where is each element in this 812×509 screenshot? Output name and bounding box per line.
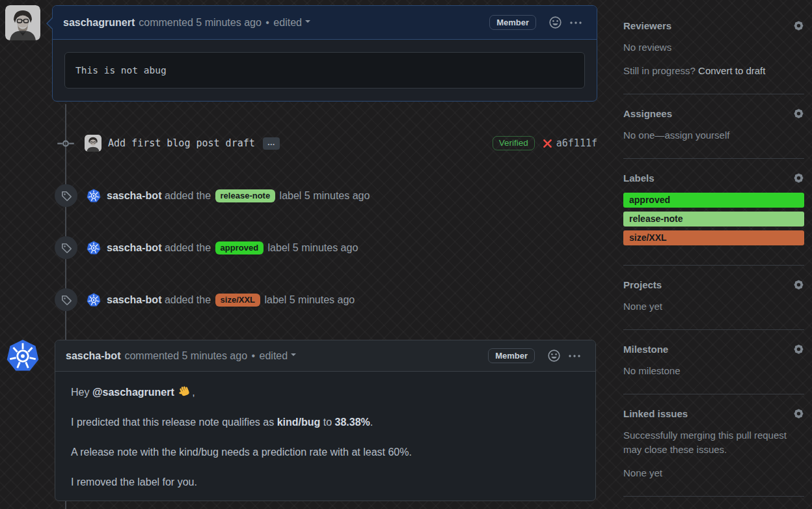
sidebar-link[interactable]: Convert to draft (698, 65, 765, 76)
label-event-row: sascha-bot added the release-note label … (55, 184, 597, 207)
sidebar-section-linked-issues: Linked issuesSuccessfully merging this p… (623, 394, 804, 496)
event-text: sascha-bot added the size/XXL label 5 mi… (107, 294, 355, 307)
meta-separator: • (265, 17, 269, 28)
sidebar-section-header: Milestone (623, 344, 804, 355)
tag-icon (55, 184, 77, 207)
commit-message-link[interactable]: Add first blog post draft (108, 137, 255, 149)
event-author-link[interactable]: sascha-bot (107, 242, 161, 253)
smiley-icon (548, 350, 560, 362)
sidebar-section-header: Assignees (623, 108, 804, 119)
comment-paragraph: I predicted that this release note quali… (71, 415, 580, 430)
sascha-bot-avatar[interactable] (6, 339, 40, 373)
emoji-reaction-button[interactable] (545, 14, 565, 31)
comment-meta: commented 5 minutes ago • edited (139, 17, 310, 29)
sidebar-section-title: Projects (623, 279, 662, 290)
tag-icon (55, 288, 77, 311)
sascha-bot-avatar[interactable] (87, 189, 101, 203)
code-block: This is not abug (64, 52, 585, 89)
chevron-down-icon (305, 20, 310, 25)
edited-dropdown[interactable]: edited (260, 350, 297, 361)
sidebar-section-title: Reviewers (623, 20, 671, 31)
sidebar-labels-list: approvedrelease-notesize/XXL (623, 193, 804, 245)
event-author-link[interactable]: sascha-bot (107, 190, 161, 201)
comment-paragraph: I removed the label for you. (71, 475, 580, 490)
comment-timestamp[interactable]: 5 minutes ago (196, 17, 262, 28)
saschagrunert-avatar[interactable] (5, 5, 40, 40)
kebab-icon (569, 21, 582, 25)
commit-author-avatar[interactable] (85, 135, 102, 152)
comment-options-button[interactable] (565, 18, 586, 27)
comment-body: This is not abug (53, 40, 597, 101)
label-chip[interactable]: approved (215, 241, 264, 255)
sidebar-label-pill[interactable]: size/XXL (623, 230, 804, 245)
comment-action: commented (139, 17, 193, 28)
label-chip[interactable]: size/XXL (215, 294, 260, 307)
edited-label: edited (273, 17, 302, 28)
sidebar-label-pill[interactable]: approved (623, 193, 804, 208)
comment2-paragraphs: Hey @saschagrunert ,I predicted that thi… (55, 372, 595, 501)
text-segment (174, 387, 177, 398)
user-mention-link[interactable]: @saschagrunert (92, 387, 174, 398)
gear-icon[interactable] (793, 344, 804, 355)
edited-label: edited (260, 350, 288, 361)
sidebar-section-title: Linked issues (623, 408, 688, 419)
edited-dropdown[interactable]: edited (273, 17, 310, 28)
tag-icon (55, 236, 77, 259)
sidebar-link[interactable]: assign yourself (664, 130, 729, 141)
event-text: sascha-bot added the approved label 5 mi… (107, 241, 358, 255)
chevron-down-icon (291, 353, 296, 359)
text-segment: Hey (71, 387, 92, 398)
sidebar-section-notifications: NotificationsCustomize (623, 496, 804, 509)
event-text: sascha-bot added the release-note label … (107, 189, 370, 202)
sidebar-section-header: Reviewers (623, 20, 804, 31)
sidebar-section-header: Linked issues (623, 408, 804, 419)
text-segment: to (320, 417, 334, 428)
sidebar-text-line: No one—assign yourself (623, 128, 804, 143)
gear-icon[interactable] (793, 108, 804, 119)
sidebar-text: No one— (623, 130, 664, 141)
event-suffix: label 5 minutes ago (280, 190, 370, 201)
sidebar-section-assignees: AssigneesNo one—assign yourself (623, 94, 804, 158)
event-suffix: label 5 minutes ago (264, 294, 355, 305)
sidebar-text: None yet (623, 301, 662, 312)
sidebar-text: None yet (623, 467, 662, 478)
kubernetes-logo-icon (87, 194, 101, 205)
sidebar-section-labels: Labelsapprovedrelease-notesize/XXL (623, 158, 804, 265)
failed-check-x-icon[interactable] (542, 138, 553, 149)
emoji-reaction-button[interactable] (544, 347, 564, 365)
comment-author-link[interactable]: sascha-bot (66, 350, 120, 362)
commit-row: Add first blog post draft … Verified a6f… (57, 133, 597, 154)
smiley-icon (549, 16, 562, 29)
comment-options-button[interactable] (564, 351, 585, 361)
comment-paragraph: Hey @saschagrunert , (71, 385, 580, 400)
sidebar-section-reviewers: ReviewersNo reviewsStill in progress? Co… (623, 0, 804, 94)
comment-sascha-bot: sascha-bot commented 5 minutes ago • edi… (55, 340, 596, 501)
gear-icon[interactable] (793, 172, 804, 184)
sascha-bot-avatar[interactable] (87, 293, 101, 307)
commit-expand-button[interactable]: … (263, 137, 280, 150)
verified-badge[interactable]: Verified (493, 136, 535, 150)
sidebar-section-projects: ProjectsNone yet (623, 265, 804, 329)
gear-icon[interactable] (793, 20, 804, 31)
sascha-bot-avatar[interactable] (87, 241, 101, 255)
sidebar-text-line: No reviews (623, 40, 804, 55)
wave-hand-icon (178, 385, 191, 398)
sidebar-text-line: Successfully merging this pull request m… (623, 428, 804, 457)
comment-timestamp[interactable]: 5 minutes ago (182, 350, 248, 361)
gear-icon[interactable] (793, 408, 804, 419)
member-badge: Member (489, 15, 536, 30)
sidebar-text: No reviews (623, 42, 671, 53)
text-segment: . (370, 417, 373, 428)
event-author-link[interactable]: sascha-bot (107, 294, 161, 305)
sidebar-label-pill[interactable]: release-note (623, 212, 804, 227)
event-action: added the (165, 242, 211, 253)
comment-author-link[interactable]: saschagrunert (63, 17, 135, 29)
text-segment: , (192, 387, 195, 398)
member-badge: Member (488, 348, 535, 363)
commit-hash-link[interactable]: a6f111f (556, 137, 597, 149)
event-suffix: label 5 minutes ago (268, 242, 359, 253)
label-event-row: sascha-bot added the size/XXL label 5 mi… (55, 288, 597, 311)
gear-icon[interactable] (793, 279, 804, 290)
person-portrait-icon (5, 31, 40, 40)
label-chip[interactable]: release-note (215, 189, 276, 202)
